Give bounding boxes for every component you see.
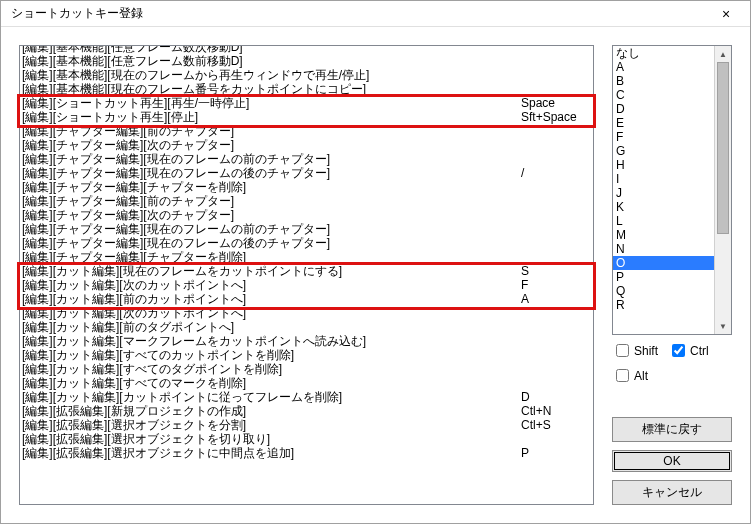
list-item[interactable]: [編集][チャプター編集][現在のフレームの前のチャプター] — [20, 222, 593, 236]
list-item-key — [521, 68, 591, 82]
list-item-key: / — [521, 166, 591, 180]
cancel-button[interactable]: キャンセル — [612, 480, 732, 505]
list-item-key — [521, 194, 591, 208]
keylist-scrollbar[interactable]: ▲ ▼ — [714, 46, 731, 334]
list-item[interactable]: [編集][カット編集][マークフレームをカットポイントへ読み込む] — [20, 334, 593, 348]
list-item-label: [編集][カット編集][前のタグポイントへ] — [22, 320, 521, 334]
list-item-label: [編集][チャプター編集][現在のフレームの後のチャプター] — [22, 236, 521, 250]
list-item-label: [編集][チャプター編集][現在のフレームの前のチャプター] — [22, 152, 521, 166]
scroll-up-icon[interactable]: ▲ — [715, 46, 731, 62]
list-item-label: [編集][ショートカット再生][停止] — [22, 110, 521, 124]
list-item-key — [521, 45, 591, 54]
list-item[interactable]: [編集][チャプター編集][チャプターを削除] — [20, 180, 593, 194]
list-item[interactable]: [編集][カット編集][次のカットポイントへ] — [20, 306, 593, 320]
list-item[interactable]: [編集][カット編集][すべてのカットポイントを削除] — [20, 348, 593, 362]
scroll-thumb[interactable] — [717, 62, 729, 234]
list-item[interactable]: [編集][チャプター編集][現在のフレームの後のチャプター]/ — [20, 166, 593, 180]
list-item-key: S — [521, 264, 591, 278]
list-item[interactable]: [編集][チャプター編集][現在のフレームの後のチャプター] — [20, 236, 593, 250]
list-item[interactable]: [編集][基本機能][現在のフレーム番号をカットポイントにコピー] — [20, 82, 593, 96]
list-item-key — [521, 208, 591, 222]
list-item-label: [編集][カット編集][マークフレームをカットポイントへ読み込む] — [22, 334, 521, 348]
list-item-key — [521, 54, 591, 68]
list-item[interactable]: [編集][ショートカット再生][停止]Sft+Space — [20, 110, 593, 124]
list-item[interactable]: [編集][カット編集][前のタグポイントへ] — [20, 320, 593, 334]
list-item[interactable]: [編集][チャプター編集][現在のフレームの前のチャプター] — [20, 152, 593, 166]
list-item-key: Space — [521, 96, 591, 110]
list-item-key — [521, 82, 591, 96]
list-item-key — [521, 334, 591, 348]
list-item[interactable]: [編集][チャプター編集][チャプターを削除] — [20, 250, 593, 264]
scroll-down-icon[interactable]: ▼ — [715, 318, 731, 334]
list-item-label: [編集][基本機能][任意フレーム数次移動D] — [22, 45, 521, 54]
list-item[interactable]: [編集][基本機能][任意フレーム数前移動D] — [20, 54, 593, 68]
list-item-key — [521, 432, 591, 446]
list-item-label: [編集][カット編集][すべてのタグポイントを削除] — [22, 362, 521, 376]
list-item-label: [編集][カット編集][すべてのカットポイントを削除] — [22, 348, 521, 362]
shortcut-list[interactable]: [編集][基本機能][任意フレーム数次移動D][編集][基本機能][任意フレーム… — [19, 45, 594, 505]
reset-button[interactable]: 標準に戻す — [612, 417, 732, 442]
list-item-label: [編集][ショートカット再生][再生/一時停止] — [22, 96, 521, 110]
list-item[interactable]: [編集][拡張編集][選択オブジェクトを切り取り] — [20, 432, 593, 446]
list-item-key — [521, 320, 591, 334]
list-item-key: Ctl+S — [521, 418, 591, 432]
list-item-label: [編集][チャプター編集][次のチャプター] — [22, 138, 521, 152]
list-item-label: [編集][基本機能][現在のフレームから再生ウィンドウで再生/停止] — [22, 68, 521, 82]
list-item-key: F — [521, 278, 591, 292]
list-item-label: [編集][基本機能][任意フレーム数前移動D] — [22, 54, 521, 68]
key-list[interactable]: なしABCDEFGHIJKLMNOPQR ▲ ▼ — [612, 45, 732, 335]
list-item-key — [521, 236, 591, 250]
list-item[interactable]: [編集][チャプター編集][次のチャプター] — [20, 138, 593, 152]
list-item-label: [編集][カット編集][次のカットポイントへ] — [22, 306, 521, 320]
list-item[interactable]: [編集][チャプター編集][前のチャプター] — [20, 124, 593, 138]
close-icon[interactable]: × — [706, 3, 746, 25]
list-item[interactable]: [編集][ショートカット再生][再生/一時停止]Space — [20, 96, 593, 110]
list-item-label: [編集][チャプター編集][チャプターを削除] — [22, 180, 521, 194]
list-item-label: [編集][カット編集][カットポイントに従ってフレームを削除] — [22, 390, 521, 404]
list-item-key: D — [521, 390, 591, 404]
list-item-key — [521, 250, 591, 264]
list-item-key — [521, 152, 591, 166]
list-item-key — [521, 124, 591, 138]
ok-button[interactable]: OK — [612, 450, 732, 472]
list-item-key — [521, 306, 591, 320]
list-item[interactable]: [編集][カット編集][前のカットポイントへ]A — [20, 292, 593, 306]
list-item-key: Ctl+N — [521, 404, 591, 418]
list-item-label: [編集][カット編集][すべてのマークを削除] — [22, 376, 521, 390]
alt-checkbox[interactable]: Alt — [612, 366, 648, 385]
list-item-key — [521, 180, 591, 194]
list-item-label: [編集][カット編集][現在のフレームをカットポイントにする] — [22, 264, 521, 278]
list-item[interactable]: [編集][チャプター編集][次のチャプター] — [20, 208, 593, 222]
list-item[interactable]: [編集][拡張編集][選択オブジェクトを分割]Ctl+S — [20, 418, 593, 432]
list-item-label: [編集][チャプター編集][前のチャプター] — [22, 124, 521, 138]
list-item-label: [編集][拡張編集][選択オブジェクトを分割] — [22, 418, 521, 432]
list-item-key — [521, 348, 591, 362]
list-item-label: [編集][拡張編集][選択オブジェクトに中間点を追加] — [22, 446, 521, 460]
list-item[interactable]: [編集][カット編集][すべてのマークを削除] — [20, 376, 593, 390]
list-item-label: [編集][チャプター編集][チャプターを削除] — [22, 250, 521, 264]
shift-checkbox[interactable]: Shift — [612, 341, 658, 360]
list-item[interactable]: [編集][チャプター編集][前のチャプター] — [20, 194, 593, 208]
list-item[interactable]: [編集][カット編集][すべてのタグポイントを削除] — [20, 362, 593, 376]
list-item-key — [521, 222, 591, 236]
ctrl-checkbox[interactable]: Ctrl — [668, 341, 709, 360]
list-item[interactable]: [編集][基本機能][任意フレーム数次移動D] — [20, 45, 593, 54]
list-item-label: [編集][基本機能][現在のフレーム番号をカットポイントにコピー] — [22, 82, 521, 96]
list-item-label: [編集][チャプター編集][前のチャプター] — [22, 194, 521, 208]
list-item-label: [編集][チャプター編集][次のチャプター] — [22, 208, 521, 222]
list-item-label: [編集][カット編集][次のカットポイントへ] — [22, 278, 521, 292]
list-item-label: [編集][チャプター編集][現在のフレームの後のチャプター] — [22, 166, 521, 180]
list-item-key — [521, 362, 591, 376]
list-item-key: A — [521, 292, 591, 306]
list-item-label: [編集][カット編集][前のカットポイントへ] — [22, 292, 521, 306]
list-item[interactable]: [編集][カット編集][現在のフレームをカットポイントにする]S — [20, 264, 593, 278]
list-item[interactable]: [編集][カット編集][次のカットポイントへ]F — [20, 278, 593, 292]
list-item-key — [521, 138, 591, 152]
list-item-label: [編集][拡張編集][新規プロジェクトの作成] — [22, 404, 521, 418]
list-item-label: [編集][チャプター編集][現在のフレームの前のチャプター] — [22, 222, 521, 236]
list-item[interactable]: [編集][拡張編集][選択オブジェクトに中間点を追加]P — [20, 446, 593, 460]
list-item[interactable]: [編集][基本機能][現在のフレームから再生ウィンドウで再生/停止] — [20, 68, 593, 82]
list-item[interactable]: [編集][カット編集][カットポイントに従ってフレームを削除]D — [20, 390, 593, 404]
list-item-key: Sft+Space — [521, 110, 591, 124]
list-item[interactable]: [編集][拡張編集][新規プロジェクトの作成]Ctl+N — [20, 404, 593, 418]
